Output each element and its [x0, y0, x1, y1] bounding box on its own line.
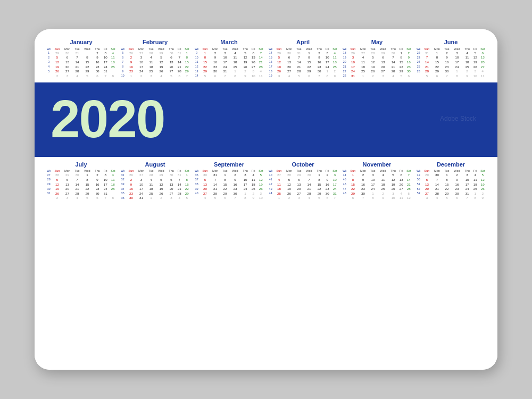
month-name-december: December	[415, 161, 487, 168]
year-label: 2020	[51, 89, 164, 148]
top-months-grid: January WkSunMonTueWedThuFriSat 12930312…	[45, 39, 487, 78]
month-name-july: July	[45, 161, 117, 168]
month-name-june: June	[415, 39, 487, 45]
month-january: January WkSunMonTueWedThuFriSat 12930312…	[45, 39, 117, 78]
month-may: May WkSunMonTueWedThuFriSat 182627282930…	[341, 39, 413, 78]
bottom-section: July WkSunMonTueWedThuFriSat 27282930123…	[35, 157, 497, 370]
month-june: June WkSunMonTueWedThuFriSat 2231123456 …	[415, 39, 487, 78]
month-name-april: April	[267, 39, 339, 45]
month-october: October WkSunMonTueWedThuFriSat 40272829…	[267, 161, 339, 201]
bottom-months-grid: July WkSunMonTueWedThuFriSat 27282930123…	[45, 161, 487, 201]
calendar-card: January WkSunMonTueWedThuFriSat 12930312…	[35, 29, 497, 370]
month-name-september: September	[193, 161, 265, 168]
month-december: December WkSunMonTueWedThuFriSat 4929301…	[415, 161, 487, 201]
month-february: February WkSunMonTueWedThuFriSat 5262728…	[119, 39, 191, 78]
month-name-may: May	[341, 39, 413, 45]
month-march: March WkSunMonTueWedThuFriSat 91234567 1…	[193, 39, 265, 78]
top-section: January WkSunMonTueWedThuFriSat 12930312…	[35, 29, 497, 82]
month-name-february: February	[119, 39, 191, 45]
blue-band: 2020 Adobe Stock	[35, 82, 497, 157]
month-july: July WkSunMonTueWedThuFriSat 27282930123…	[45, 161, 117, 201]
year-section: 2020 Adobe Stock	[51, 92, 481, 145]
month-august: August WkSunMonTueWedThuFriSat 312627282…	[119, 161, 191, 201]
month-name-march: March	[193, 39, 265, 45]
month-name-november: November	[341, 161, 413, 168]
month-name-january: January	[45, 39, 117, 45]
month-name-october: October	[267, 161, 339, 168]
month-november: November WkSunMonTueWedThuFriSat 4412345…	[341, 161, 413, 201]
month-april: April WkSunMonTueWedThuFriSat 1429303112…	[267, 39, 339, 78]
month-september: September WkSunMonTueWedThuFriSat 363031…	[193, 161, 265, 201]
watermark: Adobe Stock	[440, 115, 476, 122]
month-name-august: August	[119, 161, 191, 168]
